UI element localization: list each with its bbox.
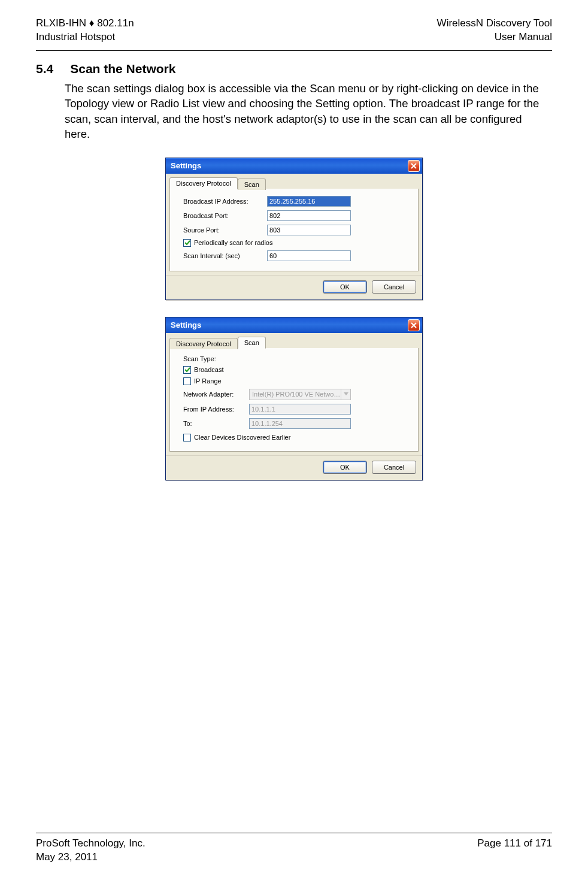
label-clear-devices: Clear Devices Discovered Earlier — [194, 434, 290, 441]
footer-rule — [36, 833, 552, 833]
label-scan-interval: Scan Interval: (sec) — [183, 252, 267, 259]
label-ip-range: IP Range — [194, 377, 222, 385]
checkbox-ip-range[interactable] — [183, 377, 191, 385]
header-right-line2: User Manual — [437, 31, 552, 44]
tab-discovery-protocol[interactable]: Discovery Protocol — [169, 338, 238, 349]
cancel-button[interactable]: Cancel — [372, 461, 416, 474]
footer-left-line1: ProSoft Technology, Inc. — [36, 837, 146, 851]
dialog-title: Settings — [171, 161, 408, 170]
check-icon — [184, 367, 190, 373]
label-broadcast-port: Broadcast Port: — [183, 212, 267, 219]
label-source-port: Source Port: — [183, 226, 267, 234]
cancel-button[interactable]: Cancel — [372, 280, 416, 294]
input-to-ip — [249, 418, 351, 429]
page-footer: ProSoft Technology, Inc. May 23, 2011 Pa… — [36, 833, 552, 864]
select-network-adapter[interactable]: Intel(R) PRO/100 VE Netwo… — [249, 389, 351, 400]
input-from-ip — [249, 404, 351, 415]
footer-right-line1: Page 111 of 171 — [477, 837, 552, 851]
label-to-ip: To: — [183, 420, 249, 427]
header-left-line2: Industrial Hotspot — [36, 31, 134, 44]
tab-scan[interactable]: Scan — [238, 179, 266, 190]
tab-panel: Broadcast IP Address: Broadcast Port: So… — [169, 189, 419, 271]
check-icon — [184, 240, 190, 246]
dialog-title: Settings — [171, 320, 408, 329]
section-number: 5.4 — [36, 62, 53, 76]
header-left-line1: RLXIB-IHN ♦ 802.11n — [36, 17, 134, 31]
input-source-port[interactable] — [267, 225, 351, 235]
checkbox-broadcast[interactable] — [183, 366, 191, 374]
close-icon — [411, 163, 417, 169]
header-right-line1: WirelessN Discovery Tool — [437, 17, 552, 31]
titlebar[interactable]: Settings — [166, 158, 422, 174]
select-value: Intel(R) PRO/100 VE Netwo… — [250, 391, 341, 398]
section-title: Scan the Network — [70, 62, 175, 76]
label-broadcast-ip: Broadcast IP Address: — [183, 198, 267, 205]
label-periodic-scan: Periodically scan for radios — [194, 239, 272, 246]
close-button[interactable] — [408, 160, 420, 172]
tab-discovery-protocol[interactable]: Discovery Protocol — [169, 177, 238, 189]
tabstrip: Discovery Protocol Scan — [166, 174, 422, 189]
ok-button[interactable]: OK — [323, 280, 367, 294]
checkbox-periodic-scan[interactable] — [183, 239, 191, 247]
input-broadcast-ip[interactable] — [267, 196, 351, 207]
ok-button[interactable]: OK — [323, 461, 367, 474]
tab-panel: Scan Type: Broadcast IP Range Network Ad… — [169, 348, 419, 452]
label-from-ip: From IP Address: — [183, 406, 249, 413]
button-bar: OK Cancel — [166, 455, 422, 480]
close-button[interactable] — [408, 319, 420, 331]
settings-dialog-scan: Settings Discovery Protocol Scan Scan Ty… — [165, 317, 423, 480]
input-scan-interval[interactable] — [267, 250, 351, 261]
settings-dialog-discovery: Settings Discovery Protocol Scan Broadca… — [165, 158, 423, 300]
checkbox-clear-devices[interactable] — [183, 434, 191, 441]
label-scan-type: Scan Type: — [183, 355, 267, 362]
close-icon — [411, 322, 417, 328]
input-broadcast-port[interactable] — [267, 210, 351, 221]
footer-left-line2: May 23, 2011 — [36, 851, 146, 864]
label-network-adapter: Network Adapter: — [183, 391, 249, 398]
page-header: RLXIB-IHN ♦ 802.11n Industrial Hotspot W… — [36, 17, 552, 44]
chevron-down-icon — [341, 389, 350, 400]
header-rule — [36, 50, 552, 51]
section-body: The scan settings dialog box is accessib… — [65, 81, 544, 142]
tabstrip: Discovery Protocol Scan — [166, 333, 422, 348]
titlebar[interactable]: Settings — [166, 317, 422, 333]
section-heading: 5.4 Scan the Network — [36, 62, 552, 76]
button-bar: OK Cancel — [166, 275, 422, 300]
tab-scan[interactable]: Scan — [238, 337, 266, 349]
label-broadcast: Broadcast — [194, 366, 224, 373]
